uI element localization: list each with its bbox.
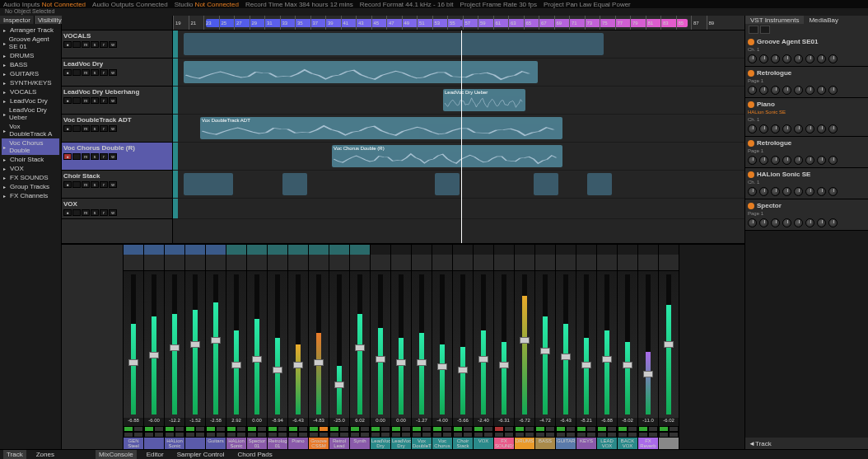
fader-cap[interactable] — [623, 362, 632, 368]
channel-fader-area[interactable] — [659, 271, 679, 418]
fader-cap[interactable] — [376, 356, 385, 363]
vst-instrument[interactable]: PianoHALion Sonic SECh. 1 — [745, 98, 868, 137]
vst-knob[interactable] — [817, 86, 826, 95]
channel-write-button[interactable] — [339, 432, 349, 438]
mixer-channel[interactable]: -8.21KEYS — [576, 245, 597, 449]
channel-write-button[interactable] — [628, 432, 637, 438]
channel-inserts[interactable] — [474, 255, 493, 271]
write-button[interactable]: w — [109, 41, 117, 48]
channel-solo-button[interactable] — [175, 426, 184, 432]
expand-icon[interactable]: ▸ — [3, 144, 7, 150]
audio-clip[interactable]: LeadVoc Dry Ueber — [443, 89, 525, 110]
vst-knob[interactable] — [817, 54, 826, 63]
audio-clip[interactable]: Vox DoubleTrack ADT — [200, 117, 562, 138]
channel-read-button[interactable] — [144, 432, 154, 438]
expand-icon[interactable]: ▸ — [3, 53, 8, 59]
channel-mute-button[interactable] — [659, 426, 669, 432]
fader-cap[interactable] — [293, 362, 303, 368]
record-button[interactable]: ● — [63, 97, 72, 104]
channel-solo-button[interactable] — [586, 426, 596, 432]
vst-knob[interactable] — [817, 187, 826, 196]
channel-solo-button[interactable] — [401, 426, 411, 432]
vst-knob[interactable] — [748, 54, 757, 63]
channel-mute-button[interactable] — [144, 426, 154, 432]
vst-knob[interactable] — [828, 187, 838, 196]
vst-knob[interactable] — [759, 218, 768, 227]
channel-write-button[interactable] — [278, 432, 287, 438]
channel-mute-button[interactable] — [576, 426, 586, 432]
mixer-channel[interactable]: -6.88LEAD VOX — [597, 245, 618, 449]
mixer-channel[interactable]: -6.02 — [659, 245, 679, 449]
mixer-channel[interactable]: -6.31FX SOUNDS — [494, 245, 515, 449]
vst-knob[interactable] — [828, 124, 838, 133]
channel-inserts[interactable] — [535, 255, 555, 271]
expand-icon[interactable]: ▸ — [3, 71, 8, 77]
channel-mute-button[interactable] — [185, 426, 195, 432]
audio-clip[interactable] — [282, 173, 307, 194]
channel-write-button[interactable] — [669, 432, 679, 438]
channel-mute-button[interactable] — [124, 426, 133, 432]
fader-cap[interactable] — [170, 344, 180, 351]
channel-solo-button[interactable] — [298, 426, 308, 432]
channel-read-button[interactable] — [432, 432, 442, 438]
mute-button[interactable]: m — [82, 69, 90, 76]
forward-icon[interactable] — [760, 26, 770, 34]
vst-knob[interactable] — [828, 54, 838, 63]
mute-button[interactable]: m — [82, 125, 90, 132]
track-header[interactable]: LeadVoc Dry Ueberhang●msrw — [62, 87, 172, 115]
mixer-channels[interactable]: -6.88GEN Steel Gtr-6.00-12.2HALion Sonic… — [124, 245, 744, 449]
vst-knob[interactable] — [794, 218, 803, 227]
channel-fader-area[interactable] — [618, 271, 637, 418]
tree-item[interactable]: ▸LeadVoc Dry — [2, 96, 59, 105]
channel-read-button[interactable] — [226, 432, 236, 438]
audio-clip[interactable] — [534, 173, 558, 194]
read-button[interactable]: r — [100, 69, 108, 76]
vst-knob[interactable] — [759, 86, 768, 95]
vst-knob[interactable] — [794, 187, 803, 196]
tree-item[interactable]: ▸Groove Agent SE 01 — [2, 35, 59, 51]
channel-read-button[interactable] — [329, 432, 339, 438]
mixer-channel[interactable]: -25.0Retrol Lead — [329, 245, 350, 449]
channel-solo-button[interactable] — [504, 426, 514, 432]
channel-solo-button[interactable] — [339, 426, 349, 432]
channel-inserts[interactable] — [371, 255, 390, 271]
mixer-channel[interactable]: -4.83Groove CSSM — [309, 245, 329, 449]
channel-read-button[interactable] — [535, 432, 545, 438]
channel-mute-button[interactable] — [329, 426, 339, 432]
bottom-center-tab[interactable]: Sampler Control — [174, 450, 228, 459]
channel-read-button[interactable] — [371, 432, 380, 438]
vst-knob[interactable] — [759, 156, 768, 165]
channel-read-button[interactable] — [185, 432, 195, 438]
channel-write-button[interactable] — [504, 432, 514, 438]
channel-inserts[interactable] — [494, 255, 514, 271]
channel-fader-area[interactable] — [638, 271, 658, 418]
channel-inserts[interactable] — [432, 255, 452, 271]
channel-write-button[interactable] — [360, 432, 370, 438]
channel-write-button[interactable] — [442, 432, 452, 438]
channel-fader-area[interactable] — [268, 271, 287, 418]
read-button[interactable]: r — [100, 209, 108, 216]
expand-icon[interactable]: ▸ — [3, 80, 8, 86]
channel-read-button[interactable] — [618, 432, 628, 438]
channel-read-button[interactable] — [309, 432, 319, 438]
expand-icon[interactable]: ▸ — [3, 111, 7, 117]
vst-knob[interactable] — [782, 124, 791, 133]
channel-inserts[interactable] — [618, 255, 637, 271]
solo-button[interactable]: s — [91, 69, 99, 76]
channel-solo-button[interactable] — [195, 426, 205, 432]
solo-button[interactable]: s — [91, 153, 99, 160]
channel-mute-button[interactable] — [247, 426, 257, 432]
vst-knob[interactable] — [782, 86, 791, 95]
fader-cap[interactable] — [334, 382, 344, 388]
tree-item[interactable]: ▸DRUMS — [2, 51, 59, 60]
channel-solo-button[interactable] — [442, 426, 452, 432]
channel-inserts[interactable] — [165, 255, 184, 271]
channel-fader-area[interactable] — [535, 271, 555, 418]
vst-knob[interactable] — [748, 156, 757, 165]
mixer-channel[interactable]: -1.27Vox DoubleTrack — [412, 245, 432, 449]
channel-mute-button[interactable] — [556, 426, 566, 432]
channel-mute-button[interactable] — [350, 426, 360, 432]
vst-knob[interactable] — [771, 187, 780, 196]
channel-read-button[interactable] — [247, 432, 257, 438]
vst-knob[interactable] — [828, 218, 838, 227]
